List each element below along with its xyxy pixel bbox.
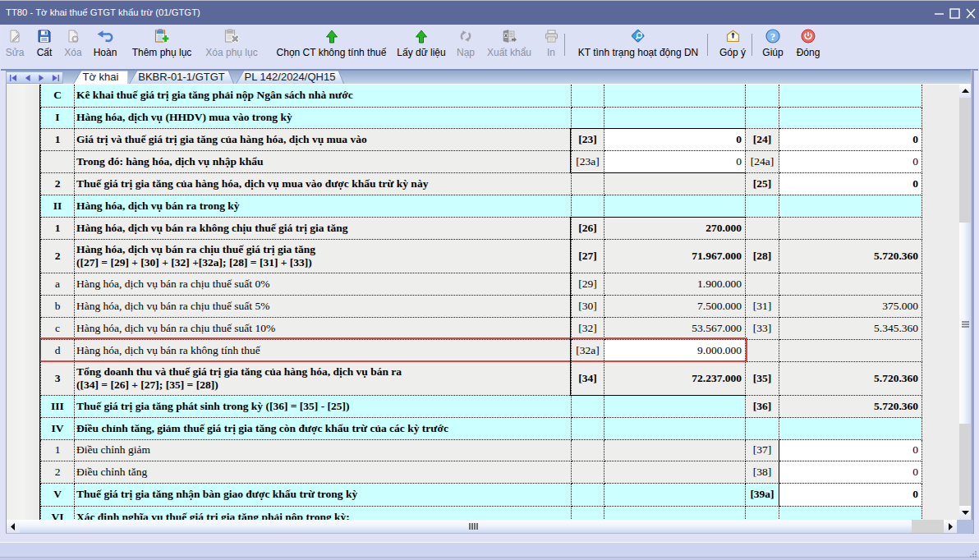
svg-text:?: ? [770,30,776,43]
